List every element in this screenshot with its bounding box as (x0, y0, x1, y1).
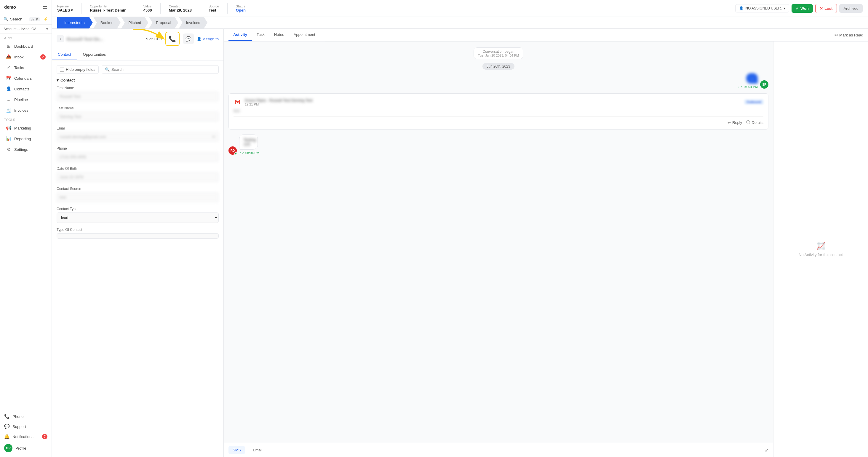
conversation-began: Conversation began Tue, Jun 20 2023, 04:… (228, 48, 768, 59)
prev-arrow[interactable]: ‹ (57, 35, 64, 42)
contact-type-select[interactable]: lead customer prospect (57, 213, 219, 223)
tab-appointment[interactable]: Appointment (289, 29, 320, 41)
reply-button[interactable]: ↩ Reply (727, 120, 742, 125)
avatar-initials: RD (230, 149, 235, 152)
sender-avatar: SP (760, 80, 768, 89)
avatar-initials: SP (762, 83, 766, 86)
message-time: ✓✓ 04:04 PM (738, 85, 758, 89)
expand-icon[interactable]: ⤢ (765, 447, 768, 453)
tab-label: Notes (274, 32, 284, 37)
hide-empty-button[interactable]: Hide empty fields (57, 65, 99, 74)
won-button[interactable]: ✓ Won (792, 4, 813, 13)
pipeline-icon: ≡ (6, 97, 11, 102)
tab-task[interactable]: Task (252, 29, 269, 41)
field-label: First Name (57, 86, 219, 90)
tab-notes[interactable]: Notes (269, 29, 289, 41)
field-value[interactable]: russell.deming@gmail.com ✏ (57, 132, 219, 142)
sidebar-item-dashboard[interactable]: ⊞ Dashboard (2, 41, 50, 51)
field-value[interactable]: Russell Test (57, 92, 219, 101)
tab-label: Task (257, 32, 265, 37)
sidebar-item-tasks[interactable]: ✓ Tasks (2, 63, 50, 72)
lost-button[interactable]: ✕ Lost (815, 4, 837, 13)
sidebar-item-invoices[interactable]: 🧾 Invoices (2, 105, 50, 115)
sent-message-row: ... ✓✓ 04:04 PM SP (228, 73, 768, 89)
pipeline-value: SALES (57, 8, 70, 12)
field-phone: Phone (714) 555-4555 (57, 146, 219, 162)
sidebar-item-marketing[interactable]: 📢 Marketing (2, 123, 50, 133)
tools-section-label: Tools (0, 116, 52, 123)
stage-invoiced[interactable]: Invoiced (179, 17, 208, 28)
inbox-icon: 📥 (6, 54, 11, 60)
status-label: Status (236, 4, 246, 8)
compose-tab-email[interactable]: Email (249, 446, 267, 454)
section-header[interactable]: ▾ Contact (57, 78, 219, 82)
field-dob: Date Of Birth June 22 1979 (57, 166, 219, 182)
stage-booked[interactable]: Booked (93, 17, 121, 28)
field-value[interactable]: (714) 555-4555 (57, 152, 219, 162)
opportunity-section: Opportunity Russell- Test Demin (90, 4, 126, 12)
date-text: Jun 20th, 2023 (483, 63, 514, 70)
email-value: russell.deming@gmail.com (60, 134, 106, 139)
sidebar-item-label: Settings (14, 147, 28, 152)
sidebar-item-contacts[interactable]: 👤 Contacts (2, 84, 50, 94)
user-icon: 👤 (739, 6, 744, 10)
edit-icon[interactable]: ✏ (212, 134, 215, 139)
notifications-label: Notifications (12, 434, 33, 439)
email-header: Grace Pipes - Russell Test Deming Test 1… (234, 98, 764, 106)
sidebar-item-reporting[interactable]: 📊 Reporting (2, 134, 50, 144)
stage-arrow-icon: › (84, 21, 85, 25)
sidebar-item-notifications[interactable]: 🔔 Notifications 7 (0, 431, 52, 441)
sidebar-item-calendars[interactable]: 📅 Calendars (2, 73, 50, 83)
time-text: 08:04 PM (245, 151, 259, 155)
search-label: Search (10, 17, 22, 21)
phone-call-button[interactable]: 📞 (165, 32, 180, 46)
form-search[interactable]: 🔍 (102, 65, 219, 74)
field-value[interactable] (57, 233, 219, 239)
sidebar-item-label: Reporting (14, 136, 31, 141)
account-selector[interactable]: Account -- Irvine, CA ▾ (0, 25, 52, 34)
sidebar-item-profile[interactable]: GP Profile (0, 441, 52, 455)
sidebar-item-support[interactable]: 💬 Support (0, 421, 52, 431)
pagination: 9 of 1011 (146, 37, 162, 41)
stage-interested[interactable]: Interested › (57, 17, 93, 28)
mark-as-read-button[interactable]: ✉ Mark as Read (835, 33, 863, 37)
no-activity-container: 📈 No Activity for this contact (773, 41, 868, 457)
sidebar-logo: demo ☰ (0, 0, 52, 14)
field-value[interactable]: test (57, 192, 219, 202)
time-text: 04:04 PM (744, 85, 758, 89)
stage-label: Interested (64, 21, 82, 25)
status-section: Status Open (236, 4, 246, 12)
sidebar-item-phone[interactable]: 📞 Phone (0, 412, 52, 421)
search-trigger[interactable]: 🔍 Search ctrl K ⚡ (0, 14, 52, 25)
compose-tab-sms[interactable]: SMS (228, 446, 245, 454)
stage-proposal[interactable]: Proposal (149, 17, 178, 28)
pipeline-dropdown[interactable]: SALES ▾ (57, 8, 73, 12)
details-button[interactable]: ⓘ Details (746, 120, 764, 125)
assign-button[interactable]: 👤 Assign to (197, 37, 219, 41)
form-search-input[interactable] (112, 67, 215, 72)
field-label: Email (57, 126, 219, 130)
sidebar-item-inbox[interactable]: 📥 Inbox 2 (2, 52, 50, 62)
assigned-user-btn[interactable]: 👤 NO ASSIGNED USER. ▾ (735, 4, 789, 12)
stage-label: Pitched (128, 21, 141, 25)
sms-button[interactable]: 💬 (183, 33, 194, 44)
lightning-icon[interactable]: ⚡ (43, 17, 48, 21)
menu-icon[interactable]: ☰ (43, 4, 48, 10)
messages-area: Conversation began Tue, Jun 20 2023, 04:… (224, 41, 773, 443)
sidebar-item-label: Tasks (14, 65, 24, 70)
tab-label: Appointment (294, 32, 315, 37)
stage-pitched[interactable]: Pitched (121, 17, 148, 28)
tab-opportunities[interactable]: Opportunities (77, 49, 112, 60)
field-value[interactable]: June 22 1979 (57, 172, 219, 182)
source-section: Source Test (209, 4, 219, 12)
tab-contact[interactable]: Contact (52, 49, 77, 60)
assigned-user-label: NO ASSIGNED USER. (745, 6, 782, 10)
convo-began-label: Conversation began (478, 50, 519, 54)
settings-icon: ⚙ (6, 147, 11, 152)
sidebar-item-pipeline[interactable]: ≡ Pipeline (2, 95, 50, 104)
field-value[interactable]: Deming Test (57, 112, 219, 122)
tab-activity[interactable]: Activity (228, 29, 252, 41)
sidebar-item-settings[interactable]: ⚙ Settings (2, 144, 50, 154)
convo-began-text: Conversation began Tue, Jun 20 2023, 04:… (473, 48, 523, 59)
archived-button[interactable]: Archived (839, 4, 863, 13)
